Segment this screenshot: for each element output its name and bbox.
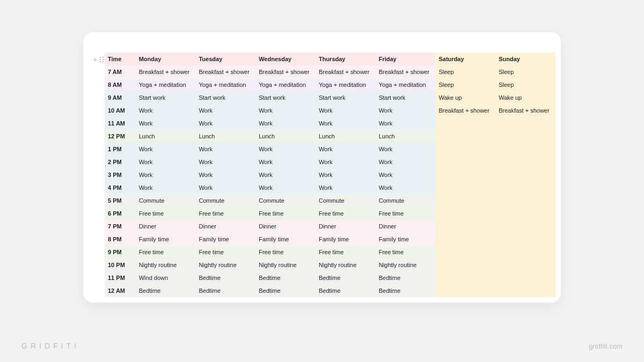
schedule-cell[interactable] [435,220,495,233]
time-cell[interactable]: 9 PM [105,246,136,258]
schedule-cell[interactable]: Yoga + meditation [316,78,376,91]
schedule-cell[interactable]: Family time [255,233,316,246]
schedule-cell[interactable] [435,181,495,194]
schedule-cell[interactable]: Yoga + meditation [195,78,255,91]
schedule-cell[interactable]: Work [376,168,436,181]
schedule-cell[interactable]: Nightly routine [376,258,436,271]
schedule-cell[interactable] [435,117,495,130]
schedule-cell[interactable]: Dinner [255,220,316,233]
time-cell[interactable]: 8 AM [105,78,136,91]
time-cell[interactable]: 12 PM [105,130,136,143]
schedule-cell[interactable]: Nightly routine [136,258,196,271]
schedule-cell[interactable]: Lunch [316,130,376,143]
col-time[interactable]: Time [105,53,136,65]
schedule-cell[interactable]: Work [195,156,255,168]
schedule-cell[interactable] [435,130,495,143]
schedule-cell[interactable] [435,233,495,246]
schedule-cell[interactable]: Work [316,181,376,194]
col-sunday[interactable]: Sunday [495,53,555,65]
schedule-cell[interactable]: Work [255,117,316,130]
schedule-cell[interactable]: Start work [376,91,436,104]
schedule-cell[interactable]: Free time [316,246,376,258]
time-cell[interactable]: 11 PM [105,271,136,284]
schedule-cell[interactable]: Free time [136,207,196,220]
schedule-cell[interactable] [435,258,495,271]
schedule-cell[interactable] [435,246,495,258]
schedule-cell[interactable]: Breakfast + shower [435,104,495,117]
schedule-cell[interactable]: Commute [255,194,316,207]
schedule-cell[interactable] [495,233,555,246]
time-cell[interactable]: 7 AM [105,65,136,78]
schedule-cell[interactable]: Dinner [316,220,376,233]
schedule-cell[interactable]: Work [136,168,196,181]
schedule-cell[interactable]: Work [136,156,196,168]
schedule-cell[interactable]: Work [195,117,255,130]
schedule-cell[interactable]: Dinner [376,220,436,233]
schedule-cell[interactable]: Bedtime [376,271,436,284]
schedule-cell[interactable]: Family time [316,233,376,246]
time-cell[interactable]: 6 PM [105,207,136,220]
schedule-cell[interactable]: Free time [376,246,436,258]
schedule-cell[interactable] [495,258,555,271]
time-cell[interactable]: 2 PM [105,156,136,168]
schedule-cell[interactable]: Sleep [495,65,555,78]
schedule-cell[interactable]: Work [316,117,376,130]
schedule-cell[interactable]: Family time [376,233,436,246]
schedule-cell[interactable]: Bedtime [195,271,255,284]
schedule-cell[interactable]: Nightly routine [195,258,255,271]
schedule-cell[interactable]: Bedtime [255,284,316,297]
schedule-cell[interactable]: Breakfast + shower [495,104,555,117]
schedule-cell[interactable]: Bedtime [195,284,255,297]
drag-handle-icon[interactable] [99,56,105,63]
time-cell[interactable]: 5 PM [105,194,136,207]
schedule-cell[interactable]: Lunch [195,130,255,143]
schedule-cell[interactable]: Work [376,156,436,168]
schedule-cell[interactable] [495,156,555,168]
schedule-cell[interactable] [435,168,495,181]
time-cell[interactable]: 1 PM [105,143,136,156]
time-cell[interactable]: 8 PM [105,233,136,246]
schedule-cell[interactable]: Lunch [376,130,436,143]
schedule-cell[interactable]: Bedtime [316,271,376,284]
schedule-cell[interactable]: Sleep [495,78,555,91]
schedule-cell[interactable]: Free time [136,246,196,258]
time-cell[interactable]: 12 AM [105,284,136,297]
schedule-cell[interactable]: Work [255,156,316,168]
schedule-cell[interactable] [435,143,495,156]
schedule-cell[interactable]: Work [136,104,196,117]
time-cell[interactable]: 7 PM [105,220,136,233]
schedule-cell[interactable] [495,194,555,207]
schedule-cell[interactable]: Commute [136,194,196,207]
schedule-cell[interactable]: Dinner [195,220,255,233]
schedule-cell[interactable]: Work [255,104,316,117]
schedule-cell[interactable]: Sleep [435,78,495,91]
schedule-cell[interactable]: Bedtime [316,284,376,297]
schedule-cell[interactable] [435,207,495,220]
schedule-cell[interactable] [495,246,555,258]
schedule-cell[interactable]: Free time [316,207,376,220]
schedule-cell[interactable]: Family time [136,233,196,246]
schedule-cell[interactable]: Yoga + meditation [136,78,196,91]
schedule-cell[interactable]: Work [136,181,196,194]
schedule-cell[interactable] [495,207,555,220]
col-saturday[interactable]: Saturday [435,53,495,65]
schedule-cell[interactable]: Wake up [435,91,495,104]
schedule-cell[interactable] [495,220,555,233]
schedule-cell[interactable]: Work [195,143,255,156]
schedule-cell[interactable]: Bedtime [255,271,316,284]
schedule-cell[interactable]: Free time [195,207,255,220]
schedule-cell[interactable]: Commute [195,194,255,207]
schedule-cell[interactable]: Lunch [136,130,196,143]
time-cell[interactable]: 4 PM [105,181,136,194]
schedule-cell[interactable]: Breakfast + shower [255,65,316,78]
schedule-cell[interactable]: Work [255,168,316,181]
schedule-cell[interactable]: Breakfast + shower [316,65,376,78]
schedule-cell[interactable]: Start work [136,91,196,104]
schedule-cell[interactable]: Work [255,143,316,156]
schedule-cell[interactable]: Free time [195,246,255,258]
schedule-cell[interactable]: Start work [316,91,376,104]
schedule-cell[interactable]: Bedtime [136,284,196,297]
col-tuesday[interactable]: Tuesday [195,53,255,65]
schedule-cell[interactable] [435,284,495,297]
col-monday[interactable]: Monday [136,53,196,65]
